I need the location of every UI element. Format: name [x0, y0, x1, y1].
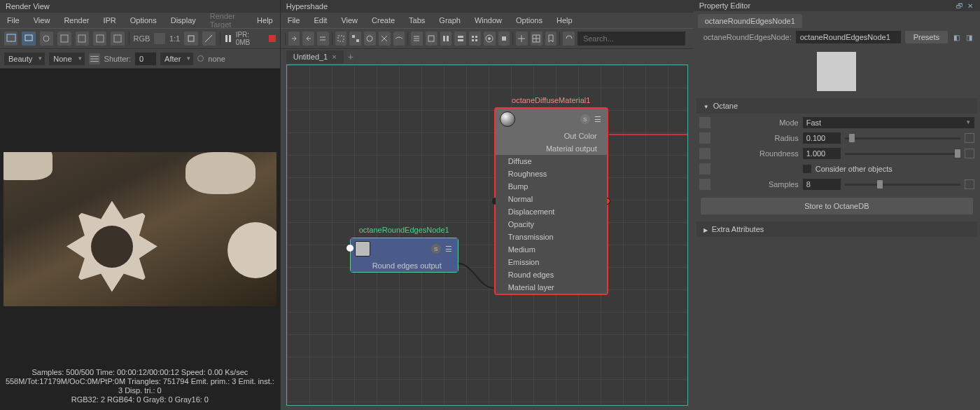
search-input[interactable]: [578, 32, 685, 46]
view2-icon[interactable]: [426, 32, 438, 46]
tab-add-button[interactable]: +: [348, 51, 354, 62]
radius-map-icon[interactable]: [965, 133, 974, 143]
hs-menu-tabs[interactable]: Tabs: [402, 15, 432, 26]
rearrange-icon[interactable]: [349, 32, 361, 46]
solo-icon[interactable]: [484, 32, 496, 46]
graph-io-icon[interactable]: [317, 32, 329, 46]
menu-display[interactable]: Display: [164, 15, 203, 26]
node-graph[interactable]: octaneRoundEdgesNode1 S ☰ Round edges ou…: [286, 64, 688, 406]
solo-badge-icon[interactable]: S: [431, 244, 441, 254]
menu-ipr[interactable]: IPR: [96, 15, 122, 26]
roundness-input[interactable]: [803, 148, 841, 159]
section-octane-label: Octane: [713, 102, 738, 110]
hs-menu-options[interactable]: Options: [509, 15, 550, 26]
ipr-icon-4[interactable]: [111, 32, 124, 46]
sync-icon[interactable]: [563, 32, 575, 46]
hs-menu-view[interactable]: View: [334, 15, 365, 26]
snapshot-icon[interactable]: [22, 32, 35, 46]
consider-checkbox[interactable]: [803, 165, 811, 173]
view1-icon[interactable]: [411, 32, 423, 46]
close-icon[interactable]: ✕: [966, 1, 974, 10]
radius-input[interactable]: [803, 132, 841, 144]
menu-options[interactable]: Options: [123, 15, 164, 26]
attr-mode-icon[interactable]: [699, 117, 710, 128]
tab-label: Untitled_1: [293, 53, 328, 61]
ipr-icon-3[interactable]: [93, 32, 106, 46]
stop-icon[interactable]: [269, 35, 276, 42]
channel-icon[interactable]: [154, 33, 165, 44]
menu-render-target[interactable]: Render Target: [203, 11, 250, 30]
samples-map-icon[interactable]: [965, 179, 974, 189]
node-name-tab[interactable]: octaneRoundEdgesNode1: [698, 14, 802, 28]
samples-slider[interactable]: [845, 184, 960, 186]
samples-input[interactable]: [803, 179, 841, 190]
menu-render[interactable]: Render: [57, 15, 96, 26]
node-name-input[interactable]: [796, 31, 901, 43]
add-icon[interactable]: [364, 32, 376, 46]
section-extra-attrs[interactable]: Extra Attributes: [696, 221, 977, 237]
hide-btn-icon[interactable]: ◨: [965, 33, 973, 41]
attr-consider-icon[interactable]: [699, 163, 710, 175]
roundness-slider[interactable]: [845, 153, 960, 155]
ipr-icon-2[interactable]: [76, 32, 89, 46]
menu-file[interactable]: File: [0, 15, 27, 26]
hide-icon[interactable]: [393, 32, 405, 46]
tab-close-icon[interactable]: ×: [332, 53, 336, 61]
view3-icon[interactable]: [440, 32, 452, 46]
hs-menu-window[interactable]: Window: [468, 15, 509, 26]
attr-roundness-icon[interactable]: [699, 148, 710, 159]
render-icon[interactable]: [4, 32, 18, 46]
zoom-icon[interactable]: [184, 32, 197, 46]
svg-point-33: [488, 37, 491, 40]
view5-icon[interactable]: [469, 32, 481, 46]
options-icon[interactable]: [89, 53, 100, 64]
attr-samples-icon[interactable]: [699, 179, 710, 190]
layer-dropdown[interactable]: None: [49, 53, 84, 65]
roundness-map-icon[interactable]: [965, 149, 974, 158]
show-btn-icon[interactable]: ◧: [952, 33, 960, 41]
remove-icon[interactable]: [379, 32, 391, 46]
hs-menu-help[interactable]: Help: [550, 15, 580, 26]
hs-menu-file[interactable]: File: [281, 15, 307, 26]
shutter-input[interactable]: [135, 53, 156, 65]
menu-help[interactable]: Help: [250, 15, 280, 26]
store-octanedb-button[interactable]: Store to OctaneDB: [701, 198, 973, 214]
attr-consider-row: Consider other objects: [694, 161, 980, 177]
node-round-edges[interactable]: octaneRoundEdgesNode1 S ☰ Round edges ou…: [350, 238, 458, 273]
list-badge-icon[interactable]: ☰: [444, 244, 454, 254]
wipe-icon[interactable]: [202, 32, 216, 46]
attr-diffuse: Diffuse: [496, 155, 607, 168]
selected-icon[interactable]: [498, 32, 510, 46]
snap-icon[interactable]: [516, 32, 528, 46]
pause-icon[interactable]: [225, 34, 232, 43]
solo-badge-icon[interactable]: S: [580, 114, 590, 124]
node-diffuse-material[interactable]: octaneDiffuseMaterial1 S ☰ Out Color Mat…: [494, 107, 608, 295]
ipr-icon-1[interactable]: [57, 32, 71, 46]
presets-button[interactable]: Presets: [905, 31, 948, 43]
restore-icon[interactable]: 🗗: [955, 1, 964, 10]
bookmark-icon[interactable]: [545, 32, 557, 46]
camera-icon[interactable]: [40, 32, 53, 46]
hs-menu-create[interactable]: Create: [365, 15, 402, 26]
pass-dropdown[interactable]: Beauty: [4, 53, 45, 65]
grid-icon[interactable]: [531, 32, 542, 46]
graph-in-icon[interactable]: [288, 32, 300, 46]
attr-radius-icon[interactable]: [699, 132, 710, 144]
hs-menu-edit[interactable]: Edit: [307, 15, 334, 26]
hs-menu-graph[interactable]: Graph: [432, 15, 468, 26]
menu-view[interactable]: View: [27, 15, 57, 26]
clear-icon[interactable]: [335, 32, 347, 46]
tab-untitled[interactable]: Untitled_1 ×: [286, 50, 344, 63]
node-diffuse-swatch: [500, 111, 515, 127]
svg-rect-16: [356, 39, 359, 42]
ipr-mem-label: IPR: 0MB: [236, 31, 265, 46]
radius-slider[interactable]: [845, 137, 960, 139]
section-octane[interactable]: Octane: [696, 98, 977, 114]
node-round-swatch: [355, 241, 370, 257]
graph-out-icon[interactable]: [302, 32, 314, 46]
view4-icon[interactable]: [454, 32, 466, 46]
mode-dropdown[interactable]: Fast: [803, 117, 974, 128]
after-dropdown[interactable]: After: [160, 53, 193, 65]
toggle-dot[interactable]: [197, 55, 204, 62]
list-badge-icon[interactable]: ☰: [593, 114, 603, 124]
